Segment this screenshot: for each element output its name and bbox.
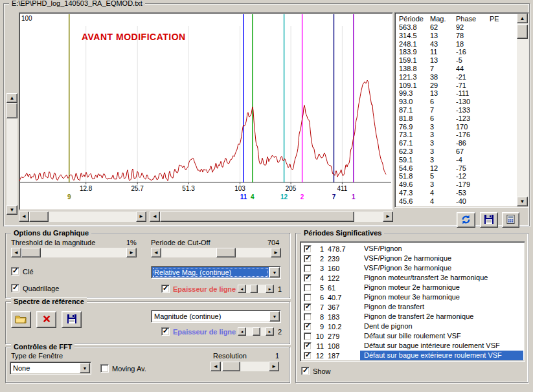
- period-checkbox[interactable]: [304, 352, 312, 360]
- period-label[interactable]: Défaut sur bille roulement VSF: [360, 331, 523, 341]
- scrollbar-thumb[interactable]: [222, 362, 240, 371]
- period-checkbox[interactable]: [304, 332, 312, 340]
- scrollbar-thumb[interactable]: [6, 103, 17, 118]
- scrollbar-thumb[interactable]: [160, 212, 354, 222]
- table-row[interactable]: 45.64-40: [396, 197, 516, 206]
- table-scrollbar[interactable]: ▲ ▼: [517, 14, 528, 206]
- period-checkbox[interactable]: [304, 265, 312, 272]
- scrollbar-thumb[interactable]: [216, 248, 236, 257]
- scroll-right-icon[interactable]: ►: [271, 248, 281, 257]
- save-reference-button[interactable]: [62, 311, 82, 328]
- refresh-button[interactable]: [457, 212, 475, 228]
- period-row[interactable]: 3160VSF/Pignon 3e harmonique: [302, 263, 523, 273]
- scroll-left-icon[interactable]: ◄: [238, 327, 246, 336]
- period-row[interactable]: 8183Pignon de transfert 2e harmonique: [302, 312, 523, 321]
- graph-mode-select[interactable]: Relative Mag. (continue) ▼: [151, 266, 281, 279]
- period-row[interactable]: 12187Défaut sur bague extérieure rouleme…: [302, 351, 523, 360]
- chevron-down-icon[interactable]: ▼: [80, 363, 90, 373]
- resolution-slider[interactable]: ◄ ►: [210, 362, 279, 371]
- table-row[interactable]: 76.93170: [396, 123, 516, 131]
- table-row[interactable]: 73.13-176: [396, 131, 516, 139]
- table-row[interactable]: 59.13-4: [396, 156, 516, 164]
- period-checkbox[interactable]: [304, 303, 312, 311]
- period-row[interactable]: 1478.7VSF/Pignon: [302, 244, 523, 254]
- scroll-left-icon[interactable]: ◄: [150, 212, 160, 222]
- moving-av-checkbox[interactable]: [100, 364, 109, 373]
- table-row[interactable]: 54.612-75: [396, 164, 516, 173]
- table-row[interactable]: 47.34-53: [396, 189, 516, 197]
- period-row[interactable]: 10279Défaut sur bille roulement VSF: [302, 331, 523, 341]
- period-label[interactable]: Pignon de transfert 2e harmonique: [360, 312, 523, 321]
- period-label[interactable]: Pignon moteur/transfert 3e harmonique: [360, 273, 523, 283]
- scrollbar-thumb[interactable]: [21, 248, 41, 257]
- cle-checkbox[interactable]: [11, 267, 19, 276]
- period-checkbox[interactable]: [304, 323, 312, 331]
- period-checkbox[interactable]: [304, 245, 312, 253]
- period-row[interactable]: 4122Pignon moteur/transfert 3e harmoniqu…: [302, 273, 523, 283]
- chart-panel[interactable]: 12.825.751.3103205411911412271100AVANT M…: [19, 12, 393, 210]
- scroll-right-icon[interactable]: ►: [266, 285, 274, 293]
- ref-line-width-slider[interactable]: ◄ ►: [238, 327, 274, 336]
- scroll-left-icon[interactable]: ◄: [238, 285, 246, 293]
- scroll-down-icon[interactable]: ▼: [6, 205, 17, 215]
- scroll-right-icon[interactable]: ►: [126, 248, 137, 257]
- quadrillage-checkbox[interactable]: [11, 284, 19, 292]
- table-row[interactable]: 49.63-179: [396, 180, 516, 189]
- scroll-right-icon[interactable]: ►: [383, 212, 393, 222]
- scroll-left-icon[interactable]: ◄: [151, 248, 161, 257]
- chart-right-scrollbar[interactable]: ◄ ►: [150, 212, 393, 222]
- table-row[interactable]: 138.8744: [396, 65, 516, 73]
- period-label[interactable]: Pignon de transfert: [360, 302, 523, 312]
- ref-line-width-checkbox[interactable]: [161, 327, 170, 336]
- scroll-right-icon[interactable]: ►: [266, 327, 274, 336]
- period-checkbox[interactable]: [304, 284, 312, 292]
- table-row[interactable]: 159.113-5: [396, 56, 516, 65]
- scrollbar-thumb[interactable]: [250, 285, 258, 293]
- period-checkbox[interactable]: [304, 294, 312, 301]
- line-width-checkbox[interactable]: [161, 285, 170, 293]
- chart-left-scrollbar[interactable]: ◄ ►: [19, 212, 146, 222]
- period-row[interactable]: 11108Défaut sur bague intérieure rouleme…: [302, 341, 523, 351]
- window-type-select[interactable]: None ▼: [10, 362, 91, 375]
- period-label[interactable]: VSF/Pignon 2e harmonique: [360, 254, 523, 263]
- threshold-slider[interactable]: ◄ ►: [11, 248, 137, 257]
- table-row[interactable]: 67.13-86: [396, 139, 516, 147]
- period-label[interactable]: Défaut sur bague extérieure roulement VS…: [360, 351, 523, 360]
- period-row[interactable]: 7367Pignon de transfert: [302, 302, 523, 312]
- scroll-down-icon[interactable]: ▼: [517, 197, 528, 206]
- period-label[interactable]: VSF/Pignon: [360, 244, 523, 254]
- scroll-left-icon[interactable]: ◄: [11, 248, 21, 257]
- table-row[interactable]: 81.86-123: [396, 114, 516, 123]
- table-row[interactable]: 563.86292: [396, 23, 516, 32]
- scroll-up-icon[interactable]: ▲: [6, 93, 17, 103]
- scroll-right-icon[interactable]: ►: [269, 362, 279, 371]
- period-checkbox[interactable]: [304, 255, 312, 263]
- reference-mode-select[interactable]: Magnitude (continue) ▼: [151, 310, 281, 323]
- cutoff-slider[interactable]: ◄ ►: [151, 248, 281, 257]
- table-row[interactable]: 314.51378: [396, 32, 516, 40]
- period-row[interactable]: 910.2Dent de pignon: [302, 321, 523, 331]
- scrollbar-thumb[interactable]: [517, 25, 528, 39]
- period-row[interactable]: 640.7Pignon moteur 3e harmonique: [302, 292, 523, 302]
- table-row[interactable]: 51.85-12: [396, 172, 516, 180]
- chevron-down-icon[interactable]: ▼: [269, 311, 280, 321]
- period-label[interactable]: Pignon moteur 2e harmonique: [360, 283, 523, 292]
- period-label[interactable]: VSF/Pignon 3e harmonique: [360, 263, 523, 273]
- table-row[interactable]: 109.129-71: [396, 82, 516, 90]
- show-checkbox[interactable]: [301, 367, 310, 375]
- scrollbar-thumb[interactable]: [29, 212, 49, 222]
- open-reference-button[interactable]: [11, 311, 31, 328]
- period-label[interactable]: Dent de pignon: [360, 321, 523, 331]
- period-label[interactable]: Pignon moteur 3e harmonique: [360, 292, 523, 302]
- scroll-up-icon[interactable]: ▲: [517, 14, 528, 23]
- period-checkbox[interactable]: [304, 342, 312, 350]
- chevron-down-icon[interactable]: ▼: [269, 267, 280, 278]
- table-row[interactable]: 183.911-16: [396, 48, 516, 56]
- scrollbar-thumb[interactable]: [253, 327, 260, 336]
- table-row[interactable]: 248.14318: [396, 40, 516, 49]
- chart-vertical-scrollbar[interactable]: ▲ ▼: [6, 93, 17, 215]
- table-row[interactable]: 87.17-133: [396, 106, 516, 114]
- scroll-right-icon[interactable]: ►: [136, 212, 146, 222]
- period-row[interactable]: 561Pignon moteur 2e harmonique: [302, 283, 523, 292]
- period-row[interactable]: 2239VSF/Pignon 2e harmonique: [302, 254, 523, 263]
